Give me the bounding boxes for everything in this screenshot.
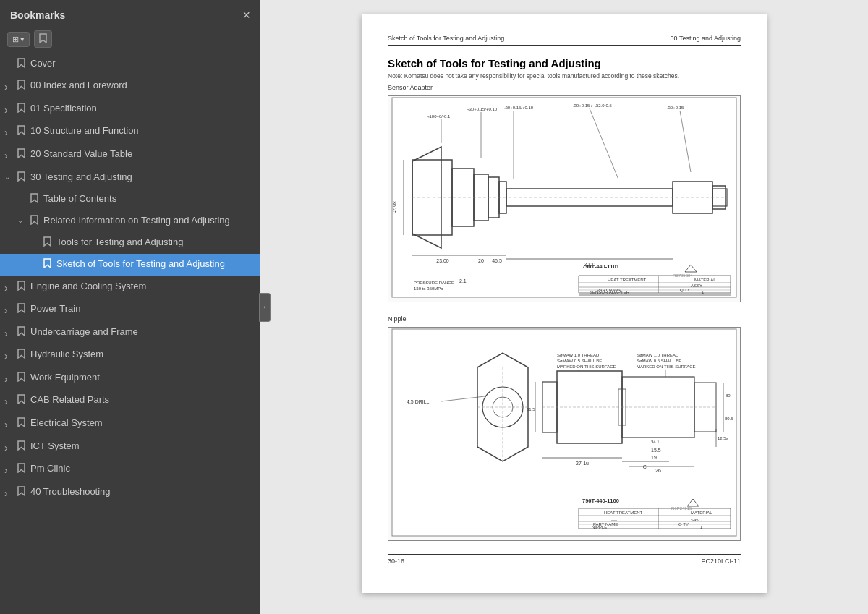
svg-text:¬30+0.15/+0.10: ¬30+0.15/+0.10 <box>467 107 498 111</box>
sidebar-item-toc[interactable]: Table of Contents <box>0 189 260 210</box>
expander-elec[interactable] <box>4 418 14 432</box>
bookmark-icon-power <box>17 303 27 317</box>
sidebar-item-10-struct[interactable]: 10 Structure and Function <box>0 121 260 144</box>
sidebar-label-related: Related Information on Testing and Adjus… <box>43 214 255 227</box>
sidebar-label-under: Undercarriage and Frame <box>30 325 255 338</box>
svg-text:Cl: Cl <box>643 464 648 469</box>
bookmark-icon-00-index <box>17 80 27 93</box>
sidebar-item-elec[interactable]: Electrical System <box>0 413 260 436</box>
bookmark-icon-ict <box>17 440 27 454</box>
sidebar-item-cover[interactable]: Cover <box>0 54 260 75</box>
bookmark-icon-pm <box>17 463 27 477</box>
svg-text:130 to 350MPa: 130 to 350MPa <box>414 286 443 291</box>
sidebar-item-pm[interactable]: Pm Clinic <box>0 459 260 482</box>
svg-text:SøMAW 1.0 THREAD: SøMAW 1.0 THREAD <box>557 353 600 357</box>
sidebar-item-00-index[interactable]: 00 Index and Foreword <box>0 75 260 98</box>
expander-40-trouble[interactable] <box>4 487 14 501</box>
bookmark-icon-elec <box>17 417 27 431</box>
bookmark-add-button[interactable] <box>34 30 52 48</box>
expander-01-spec[interactable] <box>4 103 14 118</box>
sidebar-label-20-standard: 20 Standard Value Table <box>30 148 255 161</box>
close-button[interactable]: × <box>242 9 250 22</box>
sidebar-label-work: Work Equipment <box>30 371 255 384</box>
sensor-diagram: 23.00 20 46.5 2000 2.1 ¬100+0/-0.1 ¬30+0… <box>388 95 741 302</box>
sidebar-item-cab[interactable]: CAB Related Parts <box>0 390 260 413</box>
sidebar-collapse-button[interactable]: ‹ <box>259 293 271 322</box>
sidebar-item-30-testing[interactable]: 30 Testing and Adjusting <box>0 167 260 189</box>
page-header-right: 30 Testing and Adjusting <box>671 35 741 42</box>
sidebar-item-tools[interactable]: Tools for Testing and Adjusting <box>0 232 260 254</box>
sensor-section-label: Sensor Adapter <box>388 84 741 91</box>
svg-text:¬100+0/-0.1: ¬100+0/-0.1 <box>427 114 451 119</box>
bookmark-icon-30-testing <box>17 171 27 185</box>
sidebar-item-hydraulic[interactable]: Hydraulic System <box>0 344 260 367</box>
svg-text:2.1: 2.1 <box>459 278 467 283</box>
sidebar-label-30-testing: 30 Testing and Adjusting <box>30 171 255 184</box>
sidebar-item-01-spec[interactable]: 01 Specification <box>0 98 260 121</box>
svg-text:46.5: 46.5 <box>492 258 502 263</box>
sidebar-label-tools: Tools for Testing and Adjusting <box>56 236 255 249</box>
page-footer-left: 30-16 <box>388 558 404 565</box>
sidebar-item-ict[interactable]: ICT System <box>0 436 260 459</box>
page-note: Note: Komatsu does not take any responsi… <box>388 72 741 80</box>
expander-cab[interactable] <box>4 395 14 409</box>
svg-text:34.1: 34.1 <box>651 440 660 444</box>
page-wrapper: Sketch of Tools for Testing and Adjustin… <box>362 14 767 593</box>
expander-related[interactable] <box>17 216 27 226</box>
bookmark-icon-sketch <box>43 258 54 272</box>
svg-text:¬30+0.15/+0.10: ¬30+0.15/+0.10 <box>503 106 534 110</box>
sidebar-label-pm: Pm Clinic <box>30 462 255 475</box>
bookmark-icon-40-trouble <box>17 486 27 500</box>
expander-ict[interactable] <box>4 441 14 456</box>
expander-10-struct[interactable] <box>4 126 14 140</box>
expander-power[interactable] <box>4 304 14 318</box>
sidebar-item-engine[interactable]: Engine and Cooling System <box>0 276 260 299</box>
svg-text:19: 19 <box>651 455 657 460</box>
svg-text:SøMAW 1.0 THREAD: SøMAW 1.0 THREAD <box>637 353 679 357</box>
svg-text:PRESSURE RANGE: PRESSURE RANGE <box>414 281 454 285</box>
expander-20-standard[interactable] <box>4 149 14 163</box>
sidebar-label-hydraulic: Hydraulic System <box>30 348 255 361</box>
main-content: Sketch of Tools for Testing and Adjustin… <box>260 0 868 614</box>
expander-engine[interactable] <box>4 281 14 296</box>
svg-text:15.5: 15.5 <box>651 448 661 453</box>
svg-text:HEAT TREATMENT: HEAT TREATMENT <box>608 278 647 282</box>
expander-under[interactable] <box>4 327 14 341</box>
sidebar-item-related[interactable]: Related Information on Testing and Adjus… <box>0 210 260 232</box>
sidebar-label-ict: ICT System <box>30 440 255 453</box>
svg-text:36.25: 36.25 <box>392 201 397 214</box>
svg-text:MARKED ON THIS SURFACE: MARKED ON THIS SURFACE <box>557 364 616 369</box>
expander-30-testing[interactable] <box>4 172 14 182</box>
sidebar-item-20-standard[interactable]: 20 Standard Value Table <box>0 144 260 167</box>
svg-text:NIPPLE: NIPPLE <box>592 525 607 529</box>
grid-view-button[interactable]: ⊞ ▾ <box>7 32 30 47</box>
sidebar-label-elec: Electrical System <box>30 417 255 430</box>
sidebar-item-40-trouble[interactable]: 40 Troubleshooting <box>0 482 260 505</box>
sidebar-item-work[interactable]: Work Equipment <box>0 367 260 391</box>
sidebar-title: Bookmarks <box>10 9 65 21</box>
bookmark-icon-01-spec <box>17 103 27 116</box>
sidebar-label-10-struct: 10 Structure and Function <box>30 124 255 137</box>
bookmark-icon-related <box>30 215 41 229</box>
nipple-svg: 4.5 DRILL SøMAW 1.0 THREAD SøMAW 0.5 SHA… <box>388 328 740 537</box>
expander-pm[interactable] <box>4 464 14 478</box>
sidebar-label-sketch: Sketch of Tools for Testing and Adjustin… <box>56 257 255 270</box>
expander-00-index[interactable] <box>4 80 14 95</box>
svg-text:MATERIAL: MATERIAL <box>694 278 716 282</box>
bookmark-icon-10-struct <box>17 125 27 139</box>
sidebar-label-cab: CAB Related Parts <box>30 393 255 406</box>
sidebar-item-power[interactable]: Power Train <box>0 299 260 322</box>
page-title: Sketch of Tools for Testing and Adjustin… <box>388 57 741 69</box>
svg-text:MATERIAL: MATERIAL <box>691 511 712 515</box>
expander-work[interactable] <box>4 372 14 387</box>
svg-text:12.5s: 12.5s <box>718 436 728 440</box>
svg-text:SøMAW 0.5 SHALL BE: SøMAW 0.5 SHALL BE <box>557 359 602 363</box>
page-footer: 30-16 PC210LCI-11 <box>388 554 741 565</box>
bookmark-icon-engine <box>17 281 27 294</box>
expander-hydraulic[interactable] <box>4 349 14 364</box>
sidebar-item-under[interactable]: Undercarriage and Frame <box>0 322 260 345</box>
bookmark-icon-20-standard <box>17 148 27 162</box>
sidebar-item-sketch[interactable]: Sketch of Tools for Testing and Adjustin… <box>0 254 260 276</box>
sidebar-header: Bookmarks × <box>0 0 260 27</box>
bookmark-icon-tools <box>43 236 54 250</box>
